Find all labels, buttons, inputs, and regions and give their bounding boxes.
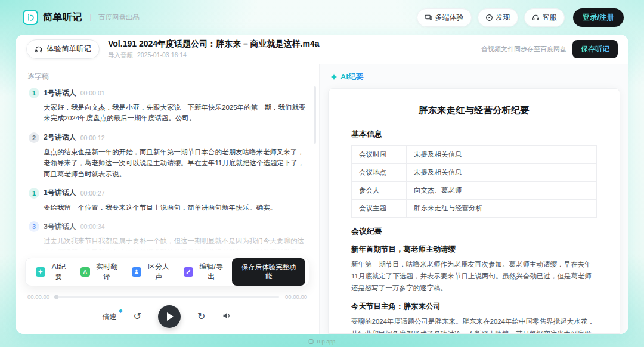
watermark-icon: [309, 339, 314, 344]
main-content-card: 体验简单听记 Vol.191 2024年度话题公司：胖东来 – 商业就是这样.m…: [16, 35, 628, 334]
audio-player: 00:00:00 00:00:00 倍速 ↺ ↻: [16, 291, 319, 334]
basic-info-table: 会议时间 未提及相关信息 会议地点 未提及相关信息 参会人 向文杰、葛老师: [351, 145, 597, 218]
import-type: 导入音频: [108, 51, 133, 60]
ai-summary-label: AI纪要: [320, 64, 628, 83]
translate-icon: A: [80, 267, 90, 277]
table-row: 会议地点 未提及相关信息: [352, 164, 597, 182]
voice-person-icon: [132, 267, 141, 277]
file-title-block: Vol.191 2024年度话题公司：胖东来 – 商业就是这样.m4a 导入音频…: [108, 39, 320, 60]
section-heading: 今天节目主角：胖东来公司: [351, 302, 597, 312]
edit-pencil-icon: [184, 267, 193, 277]
sync-note: 音视频文件同步存至百度网盘: [481, 45, 566, 54]
transcript-entry[interactable]: 3 3号讲话人 00:00:34 过去几次我来节目我都是属于要补一个缺，但这一期…: [29, 221, 306, 256]
login-register-button[interactable]: 登录/注册: [573, 8, 624, 27]
basic-info-heading: 基本信息: [351, 129, 597, 140]
experience-button-label: 体验简单听记: [47, 44, 91, 54]
info-key: 参会人: [352, 182, 407, 200]
ai-summary-icon: [36, 267, 45, 277]
speaker-name: 2号讲话人: [44, 132, 76, 142]
info-value: 向文杰、葛老师: [407, 182, 597, 200]
playback-speed-label: 倍速: [103, 312, 117, 321]
app-logo-icon: [23, 10, 38, 25]
info-value: 未提及相关信息: [407, 164, 597, 182]
import-time: 2025-01-03 16:14: [137, 51, 187, 60]
transcript-entry[interactable]: 1 1号讲话人 00:00:27 要给我留一个位置，我要来这个节目上说两句，简单…: [29, 188, 306, 213]
file-meta: 导入音频 2025-01-03 16:14: [108, 51, 320, 60]
speaker-badge: 3: [29, 221, 39, 232]
minutes-sections: 新年首期节目，葛老师主动请缨 新年第一期节目，咕噜米老师作为老朋友再次参加。葛老…: [351, 244, 597, 334]
transcript-entry[interactable]: 2 2号讲话人 00:00:12 盘点的结束也是新一年的开始，而且新年第一期节目…: [29, 132, 306, 179]
info-key: 会议主题: [352, 200, 407, 218]
nav-support-button[interactable]: 客服: [524, 8, 565, 27]
feature-label: AI纪要: [49, 262, 69, 282]
transcript-entry[interactable]: 1 1号讲话人 00:00:01 大家好，我是向文杰，我是小亚，先跟大家说一下新…: [29, 88, 306, 124]
feature-label: 实时翻译: [94, 262, 120, 282]
headset-icon: [532, 14, 540, 21]
app-logo[interactable]: 简单听记 百度网盘出品: [23, 10, 140, 25]
save-unlock-features-button[interactable]: 保存后体验完整功能: [232, 258, 305, 286]
entry-header: 2 2号讲话人 00:00:12: [29, 132, 306, 143]
current-time: 00:00:00: [27, 293, 49, 300]
transcript-list[interactable]: 1 1号讲话人 00:00:01 大家好，我是向文杰，我是小亚，先跟大家说一下新…: [16, 83, 319, 256]
save-note-label: 保存听记: [581, 45, 609, 53]
section-body: 要聊的2024年度话题公司是胖东来。胖东来在2024年给中国零售界搅起大水花，从…: [351, 315, 597, 334]
rewind-icon[interactable]: ↺: [134, 312, 141, 321]
progress-handle[interactable]: [54, 295, 58, 299]
timestamp[interactable]: 00:00:34: [80, 223, 105, 230]
nav-discover-button[interactable]: 发现: [478, 8, 518, 27]
forward-icon[interactable]: ↻: [197, 312, 205, 321]
transcript-text[interactable]: 盘点的结束也是新一年的开始，而且新年第一期节目本台的老朋友咕噜米老师又来了，老领…: [44, 147, 306, 179]
watermark-text: Tup.app: [316, 339, 336, 345]
realtime-translate-feature-button[interactable]: A 实时翻译: [75, 258, 126, 286]
logo-divider: [90, 14, 91, 21]
playback-speed-button[interactable]: 倍速: [103, 312, 117, 322]
nav-label: 发现: [496, 13, 510, 23]
sparkle-icon: [330, 73, 338, 80]
timestamp[interactable]: 00:00:27: [80, 190, 105, 197]
entry-header: 1 1号讲话人 00:00:01: [29, 88, 306, 98]
progress-bar[interactable]: [55, 296, 279, 298]
transcript-label: 逐字稿: [16, 64, 319, 83]
ai-summary-feature-button[interactable]: AI纪要: [30, 258, 74, 286]
transcript-text[interactable]: 过去几次我来节目我都是属于要补一个缺，但这一期明显就不是因为我们今天要聊的这个年…: [44, 236, 306, 256]
feature-label: 区分人声: [145, 262, 172, 282]
info-key: 会议地点: [352, 164, 407, 182]
edit-export-feature-button[interactable]: 编辑/导出: [178, 258, 231, 286]
feature-label: 编辑/导出: [197, 262, 225, 282]
summary-document[interactable]: 胖东来走红与经营分析纪要 基本信息 会议时间 未提及相关信息 会议地点 未提及相…: [328, 88, 620, 334]
transcript-text[interactable]: 大家好，我是向文杰，我是小亚，先跟大家说一下新年快乐2025年的第一期，我们就要…: [44, 102, 306, 124]
timestamp[interactable]: 00:00:12: [80, 134, 105, 141]
entry-header: 1 1号讲话人 00:00:27: [29, 188, 306, 199]
save-note-button[interactable]: 保存听记: [572, 40, 618, 58]
transcript-text[interactable]: 要给我留一个位置，我要来这个节目上说两句，简单讲两句新年快乐。确实。: [44, 202, 306, 213]
volume-icon[interactable]: [222, 311, 232, 323]
info-value: 胖东来走红与经营分析: [407, 200, 597, 218]
speaker-badge: 2: [29, 132, 39, 143]
timestamp[interactable]: 00:00:01: [80, 89, 105, 97]
info-key: 会议时间: [352, 146, 407, 164]
file-title: Vol.191 2024年度话题公司：胖东来 – 商业就是这样.m4a: [108, 39, 320, 49]
info-value: 未提及相关信息: [407, 146, 597, 164]
player-controls: 倍速 ↺ ↻: [27, 305, 307, 328]
section-body: 新年第一期节目，咕噜米老师作为老朋友再次参加。葛老师主动请缨，早在去年11月底就…: [351, 258, 597, 294]
login-register-label: 登录/注册: [583, 13, 614, 21]
experience-button[interactable]: 体验简单听记: [26, 39, 100, 59]
top-nav-actions: 多端体验 发现 客服 登录/注册: [417, 8, 624, 27]
total-time: 00:00:00: [285, 293, 307, 300]
speaker-separation-feature-button[interactable]: 区分人声: [126, 258, 177, 286]
nav-multi-device-button[interactable]: 多端体验: [417, 8, 472, 27]
ai-summary-label-text: AI纪要: [340, 72, 364, 82]
logo-tagline: 百度网盘出品: [98, 13, 140, 22]
speaker-badge: 1: [29, 188, 39, 199]
transcript-panel: 逐字稿 1 1号讲话人 00:00:01 大家好，我是向文杰，我是小亚，先跟大家…: [16, 64, 320, 334]
ai-summary-panel: AI纪要 胖东来走红与经营分析纪要 基本信息 会议时间 未提及相关信息 会议地点…: [320, 64, 628, 334]
table-row: 会议时间 未提及相关信息: [352, 146, 597, 164]
speaker-name: 1号讲话人: [44, 188, 76, 198]
play-button[interactable]: [158, 305, 181, 328]
top-navigation-bar: 简单听记 百度网盘出品 多端体验 发现 客服 登录/注册: [0, 0, 644, 35]
entry-header: 3 3号讲话人 00:00:34: [29, 221, 306, 232]
watermark: Tup.app: [309, 339, 336, 345]
player-progress-row: 00:00:00 00:00:00: [27, 293, 307, 300]
play-icon: [167, 312, 174, 321]
speaker-name: 1号讲话人: [44, 88, 76, 98]
